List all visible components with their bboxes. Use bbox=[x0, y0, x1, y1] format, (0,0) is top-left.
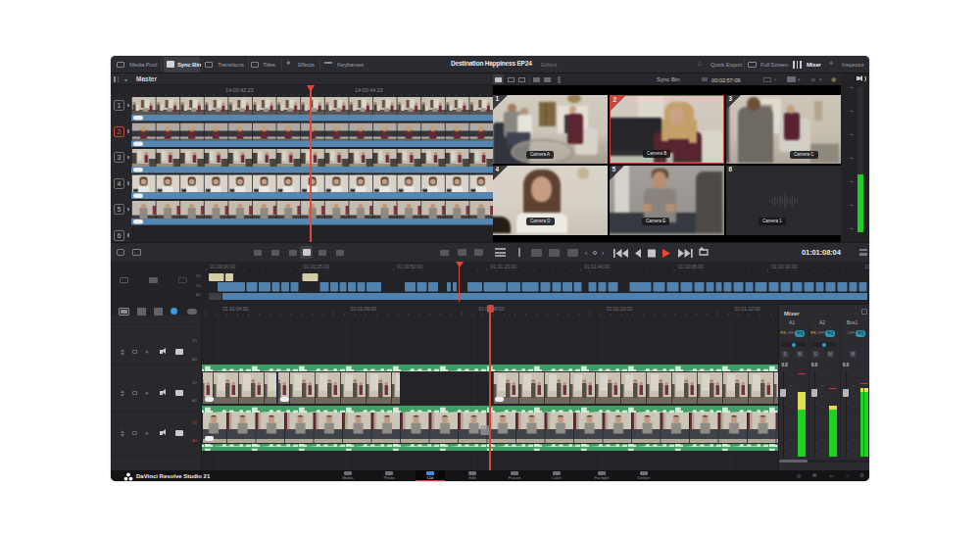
svg-text:01:01:15:00: 01:01:15:00 bbox=[491, 264, 516, 269]
svg-text:01:0: 01:0 bbox=[865, 264, 870, 269]
svg-text:01:00:50:00: 01:00:50:00 bbox=[397, 264, 422, 269]
svg-text:01:01:06:00: 01:01:06:00 bbox=[351, 306, 376, 312]
svg-text:01:00:25:00: 01:00:25:00 bbox=[304, 264, 329, 269]
svg-text:01:01:04:00: 01:01:04:00 bbox=[222, 306, 248, 312]
svg-text:01:01:40:00: 01:01:40:00 bbox=[584, 264, 610, 269]
svg-text:01:02:05:00: 01:02:05:00 bbox=[678, 264, 704, 269]
svg-text:01:00:00:00: 01:00:00:00 bbox=[210, 264, 235, 269]
svg-text:01:01:10:00: 01:01:10:00 bbox=[607, 306, 632, 312]
svg-text:01:02:30:00: 01:02:30:00 bbox=[771, 264, 797, 269]
svg-text:01:01:12:00: 01:01:12:00 bbox=[734, 306, 760, 312]
